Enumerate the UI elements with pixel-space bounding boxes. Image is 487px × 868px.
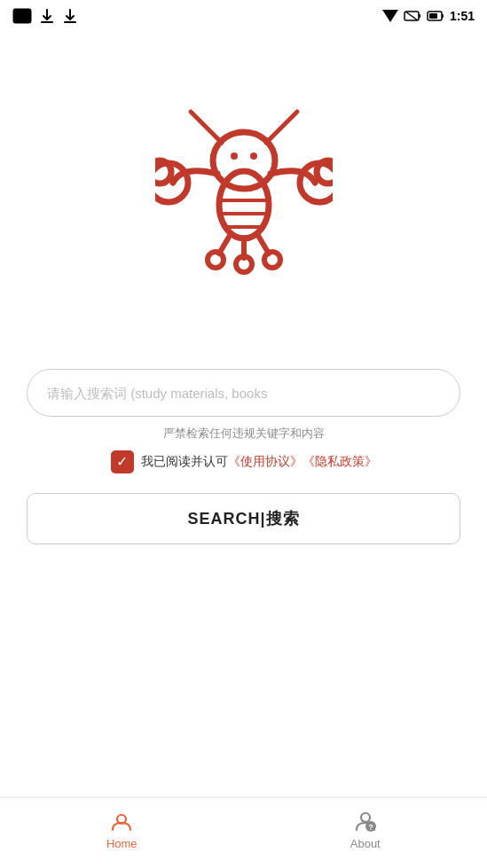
status-right-icons: 1:51 bbox=[382, 9, 475, 23]
svg-point-32 bbox=[361, 813, 370, 822]
download-icon-2 bbox=[62, 8, 78, 24]
search-section: 严禁检索任何违规关键字和内容 ✓ 我已阅读并认可《使用协议》《隐私政策》 SEA… bbox=[27, 369, 460, 544]
download-icon-1 bbox=[39, 8, 55, 24]
agreement-text: 我已阅读并认可《使用协议》《隐私政策》 bbox=[141, 454, 377, 470]
svg-point-30 bbox=[264, 252, 280, 268]
svg-rect-0 bbox=[13, 9, 31, 23]
screen-icon bbox=[12, 8, 32, 24]
svg-line-13 bbox=[266, 112, 297, 143]
logo-area bbox=[155, 103, 333, 298]
bottom-nav: Home ? About bbox=[0, 797, 487, 868]
status-bar: 1:51 bbox=[0, 0, 487, 32]
status-left-icons bbox=[12, 8, 78, 24]
svg-marker-5 bbox=[382, 10, 398, 22]
lobster-logo bbox=[155, 103, 333, 298]
svg-text:?: ? bbox=[368, 823, 373, 832]
checkmark-icon: ✓ bbox=[116, 455, 128, 469]
svg-rect-10 bbox=[442, 14, 444, 18]
nav-item-about[interactable]: ? About bbox=[244, 809, 488, 857]
svg-point-18 bbox=[213, 132, 275, 189]
svg-point-28 bbox=[236, 256, 252, 272]
about-nav-icon: ? bbox=[353, 809, 378, 833]
agreement-row: ✓ 我已阅读并认可《使用协议》《隐私政策》 bbox=[111, 450, 377, 473]
main-content: 严禁检索任何违规关键字和内容 ✓ 我已阅读并认可《使用协议》《隐私政策》 SEA… bbox=[0, 32, 487, 797]
svg-point-19 bbox=[231, 152, 238, 160]
svg-point-20 bbox=[250, 152, 257, 160]
agreement-checkbox[interactable]: ✓ bbox=[111, 450, 134, 473]
battery-crossed-icon bbox=[404, 10, 421, 22]
home-nav-label: Home bbox=[106, 837, 137, 850]
svg-point-26 bbox=[208, 252, 224, 268]
status-time: 1:51 bbox=[450, 9, 475, 23]
svg-line-8 bbox=[405, 12, 418, 20]
nav-item-home[interactable]: Home bbox=[0, 809, 244, 857]
about-nav-label: About bbox=[350, 837, 381, 850]
svg-line-12 bbox=[191, 112, 222, 143]
home-nav-icon bbox=[109, 809, 134, 833]
svg-rect-11 bbox=[429, 13, 437, 19]
search-input[interactable] bbox=[27, 369, 460, 417]
wifi-icon bbox=[382, 10, 398, 22]
search-button[interactable]: SEARCH|搜索 bbox=[27, 493, 460, 544]
battery-icon bbox=[427, 10, 444, 22]
svg-rect-7 bbox=[419, 14, 420, 18]
warning-text: 严禁检索任何违规关键字和内容 bbox=[163, 426, 325, 442]
